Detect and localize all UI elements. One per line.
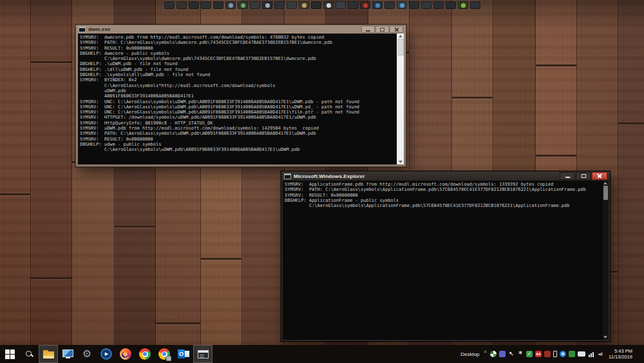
console-line: SYMSRV: RESULT: 0x00000000 xyxy=(285,193,601,198)
wood-plank xyxy=(618,0,644,363)
folder-icon xyxy=(43,350,54,358)
hidden-icons-chevron[interactable]: » xyxy=(482,350,488,353)
desktop-shortcut-icon[interactable] xyxy=(336,1,346,9)
console-window-icon xyxy=(198,350,209,358)
console-line: C:\AeroGlass\symbols\uDWM.pdb\AB091F8606… xyxy=(80,147,397,152)
desktop-shortcut-icon[interactable] xyxy=(176,1,187,9)
desktop-shortcut-icon[interactable] xyxy=(397,1,407,9)
search-button[interactable] xyxy=(19,345,39,363)
desktop-shortcut-icon[interactable] xyxy=(433,1,444,9)
desktop-shortcut-icon[interactable] xyxy=(421,1,431,9)
taskbar-file-explorer[interactable] xyxy=(39,345,58,363)
dwm-window-title: dwm.exe xyxy=(88,26,111,32)
desktop-shortcut-icon[interactable] xyxy=(409,1,419,9)
network-icon[interactable] xyxy=(588,351,594,357)
desktop-shortcut-icon[interactable] xyxy=(250,1,260,9)
gear-icon: ⚙ xyxy=(82,349,91,359)
explorer-titlebar[interactable]: Microsoft.Windows.Explorer xyxy=(281,172,610,181)
console-line: SYMSRV: PATH: C:\AeroGlass\symbols\dwmco… xyxy=(80,40,397,45)
red-app-icon[interactable] xyxy=(544,351,551,357)
play-icon: ▶ xyxy=(105,352,108,357)
system-tray: Desktop » ↖*✓64B◄) 5:43 PM 11/13/2019 xyxy=(460,345,644,363)
tray-time: 5:43 PM xyxy=(614,348,632,354)
maximize-button[interactable] xyxy=(375,26,389,33)
desktop-shortcut-icon[interactable] xyxy=(323,1,334,9)
volume-icon[interactable]: ◄) xyxy=(597,351,603,357)
console-line: SYMSRV: BYINDEX: 0x2 xyxy=(80,77,397,83)
taskbar-chrome[interactable] xyxy=(135,345,155,363)
close-button[interactable] xyxy=(592,172,607,180)
taskbar-firefox[interactable] xyxy=(116,345,135,363)
taskbar-settings[interactable]: ⚙ xyxy=(77,345,97,363)
desktop-shortcut-icon[interactable] xyxy=(348,1,358,9)
bluetooth-icon[interactable]: B xyxy=(560,351,566,357)
desktop-shortcut-icon[interactable] xyxy=(274,1,285,9)
minimize-icon xyxy=(565,177,570,178)
desktop-shortcut-icon[interactable] xyxy=(225,1,236,9)
explorer-console-output: SYMSRV: ApplicationFrame.pdb from http:/… xyxy=(283,181,601,340)
console-line: DBGHELP: dwmcore - public symbols xyxy=(80,51,397,56)
desktop-shortcut-icon[interactable] xyxy=(360,1,370,9)
clock[interactable]: 5:43 PM 11/13/2019 xyxy=(609,348,632,360)
scroll-up-icon[interactable] xyxy=(399,35,402,37)
scroll-thumb[interactable] xyxy=(603,186,608,200)
desktop-toolbar-label[interactable]: Desktop xyxy=(460,351,479,357)
dwm-window-controls xyxy=(361,26,403,33)
dwm-console-body: SYMSRV: dwmcore.pdb from http://msdl.mic… xyxy=(78,34,404,164)
scroll-down-icon[interactable] xyxy=(603,336,607,338)
console-line: SYMSRV: ApplicationFrame.pdb from http:/… xyxy=(285,182,601,187)
shortcut-glyph xyxy=(400,3,404,8)
console-line: SYMSRV: UNC: C:\AeroGlass\symbols\uDWM.p… xyxy=(80,104,397,110)
scroll-up-icon[interactable] xyxy=(603,182,607,184)
desktop-shortcut-icon[interactable] xyxy=(213,1,223,9)
desktop-shortcut-icon[interactable] xyxy=(458,1,468,9)
console-line: DBGHELP: .\uDWM.pdb - file not found xyxy=(80,61,397,66)
desktop-shortcut-icon[interactable] xyxy=(470,1,480,9)
desktop: dwm.exe SYMSRV: dwmcore.pdb from http://… xyxy=(0,0,644,363)
desktop-shortcut-icon[interactable] xyxy=(372,1,383,9)
explorer-window-controls xyxy=(560,172,607,180)
taskbar-console[interactable] xyxy=(193,345,213,363)
desktop-shortcut-icon[interactable] xyxy=(311,1,321,9)
desktop-shortcut-icon[interactable] xyxy=(189,1,199,9)
desktop-shortcut-icon[interactable] xyxy=(446,1,456,9)
taskbar-chrome-secondary[interactable] xyxy=(155,345,174,363)
pinwheel-icon[interactable] xyxy=(490,351,497,357)
scroll-thumb[interactable] xyxy=(398,39,404,55)
minimize-button[interactable] xyxy=(361,26,375,33)
console-line: SYMSRV: UNC: C:\AeroGlass\symbols\uDWM.p… xyxy=(80,110,397,115)
fan-icon[interactable]: * xyxy=(517,351,524,357)
desktop-shortcut-icon[interactable] xyxy=(287,1,297,9)
desktop-shortcut-icon[interactable] xyxy=(164,1,175,9)
dwm-scrollbar[interactable] xyxy=(397,34,404,164)
badge-64-icon[interactable]: 64 xyxy=(535,351,542,357)
maximize-button[interactable] xyxy=(576,172,591,180)
phone-icon[interactable] xyxy=(553,351,557,357)
plank-seam xyxy=(115,226,155,228)
minimize-button[interactable] xyxy=(560,172,575,180)
close-button[interactable] xyxy=(390,26,403,33)
start-button[interactable] xyxy=(0,345,19,363)
desktop-shortcut-icon[interactable] xyxy=(238,1,248,9)
shortcut-glyph xyxy=(229,3,233,8)
keyboard-icon[interactable] xyxy=(578,351,585,357)
tray-date: 11/13/2019 xyxy=(609,354,632,360)
console-line: SYMSRV: PATH: C:\AeroGlass\symbols\uDWM.… xyxy=(80,131,397,136)
desktop-shortcut-icon[interactable] xyxy=(384,1,395,9)
desktop-shortcut-icon[interactable] xyxy=(299,1,309,9)
green-app-icon[interactable] xyxy=(569,351,575,357)
taskbar-this-pc[interactable] xyxy=(58,345,77,363)
cursor-icon[interactable]: ↖ xyxy=(508,351,515,357)
taskbar-media-player[interactable]: ▶ xyxy=(97,345,116,363)
console-line: SYMSRV: HttpQueryInfo: 801900c8 - HTTP_S… xyxy=(80,121,397,126)
taskbar-outlook[interactable]: O xyxy=(174,345,193,363)
desktop-shortcut-icon[interactable] xyxy=(262,1,272,9)
dwm-console-window: dwm.exe SYMSRV: dwmcore.pdb from http://… xyxy=(75,25,406,167)
dwm-titlebar[interactable]: dwm.exe xyxy=(76,25,406,34)
console-line: SYMSRV: RESULT: 0x00000000 xyxy=(80,46,397,51)
desktop-shortcut-icon[interactable] xyxy=(201,1,211,9)
green-check-icon[interactable]: ✓ xyxy=(526,351,533,357)
purple-app-icon[interactable] xyxy=(499,351,506,357)
scroll-down-icon[interactable] xyxy=(399,161,402,163)
explorer-scrollbar[interactable] xyxy=(601,181,609,340)
